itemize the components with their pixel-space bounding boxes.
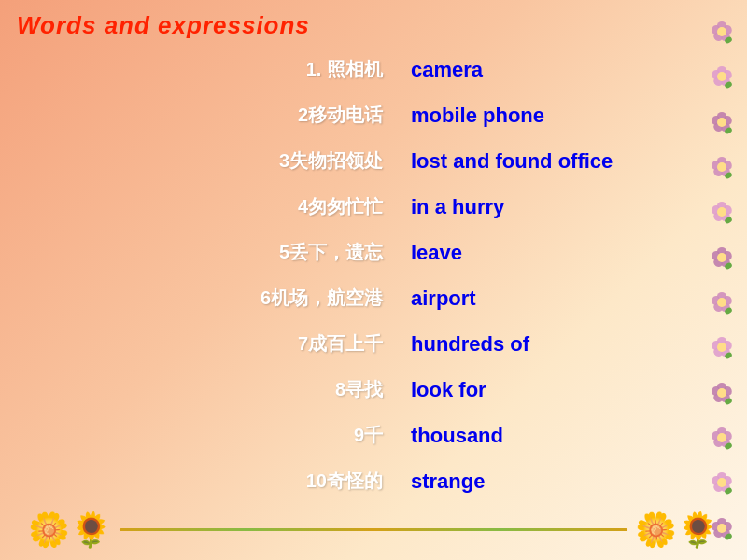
flower-deco-4 [708,198,736,226]
svg-point-33 [717,207,726,217]
english-term-10: strange [411,469,616,494]
english-term-5: leave [411,241,616,265]
english-term-6: airport [411,287,616,311]
english-term-9: thousand [411,424,616,448]
chinese-term-7: 7成百上千 [196,331,383,357]
svg-point-68 [717,433,726,442]
vocab-row: 9千thousand [19,423,672,448]
flower-deco-10 [708,469,736,497]
chinese-term-1: 1. 照相机 [196,57,383,82]
chinese-term-3: 3失物招领处 [196,148,383,174]
svg-point-61 [717,388,726,398]
content-area: 1. 照相机camera2移动电话mobile phone3失物招领处lost … [0,47,691,504]
svg-point-26 [717,162,726,172]
svg-point-40 [717,253,726,262]
english-term-4: in a hurry [411,195,616,219]
flower-deco-0 [708,18,736,46]
chinese-term-2: 2移动电话 [196,103,383,128]
svg-point-5 [717,27,726,36]
chinese-term-4: 4匆匆忙忙 [196,194,383,219]
vocab-row: 4匆匆忙忙in a hurry [19,194,672,219]
chinese-term-9: 9千 [196,423,383,448]
vine-line [120,528,627,531]
vocab-row: 10奇怪的strange [19,469,672,494]
vocab-row: 6机场，航空港airport [19,286,672,311]
svg-point-54 [717,343,726,352]
english-term-2: mobile phone [411,104,616,128]
vocab-row: 1. 照相机camera [19,57,672,82]
english-term-8: look for [411,378,616,402]
flower-deco-8 [708,379,736,407]
vocab-row: 3失物招领处lost and found office [19,148,672,174]
chinese-term-5: 5丢下，遗忘 [196,240,383,265]
english-term-3: lost and found office [411,149,616,174]
flower-deco-2 [708,108,736,136]
english-term-7: hundreds of [411,332,616,357]
chinese-term-8: 8寻找 [196,377,383,402]
chinese-term-6: 6机场，航空港 [196,286,383,311]
flower-deco-6 [708,288,736,316]
bottom-flower-left: 🌼🌻 [28,511,112,550]
bottom-decoration: 🌼🌻 🌼🌻 [0,504,747,555]
svg-point-47 [717,298,726,307]
svg-point-19 [717,118,726,127]
svg-point-75 [717,478,726,487]
flower-deco-7 [708,333,736,361]
english-term-1: camera [411,58,616,82]
vocab-row: 2移动电话mobile phone [19,103,672,128]
right-decoration [696,0,747,560]
vocab-row: 7成百上千hundreds of [19,331,672,357]
vocab-row: 8寻找look for [19,377,672,402]
flower-deco-1 [708,63,736,91]
flower-deco-5 [708,244,736,272]
flower-deco-3 [708,153,736,181]
vocab-row: 5丢下，遗忘leave [19,240,672,265]
chinese-term-10: 10奇怪的 [196,469,383,494]
svg-point-12 [717,72,726,81]
page-title: Words and expressions [17,11,310,40]
bottom-flower-right: 🌼🌻 [635,511,719,550]
flower-deco-9 [708,424,736,452]
